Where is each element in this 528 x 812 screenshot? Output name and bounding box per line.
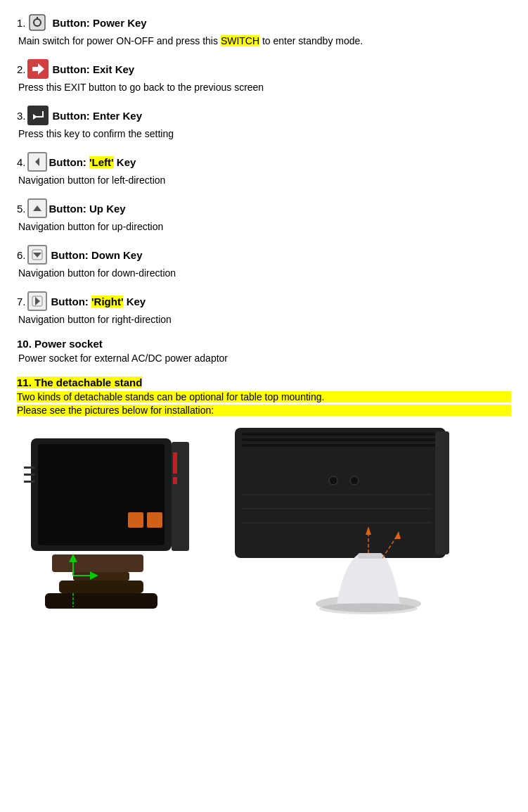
up-key-icon: [27, 198, 47, 218]
section-exit-key: 2. Button: Exit Key Press this EXIT butt…: [17, 59, 511, 93]
item-number-1: 1.: [17, 17, 26, 29]
left-image-svg: [17, 424, 221, 614]
svg-rect-34: [435, 431, 449, 554]
section-2-desc: Press this EXIT button to go back to the…: [18, 82, 511, 93]
section-5-desc: Navigation button for up-direction: [18, 221, 511, 232]
svg-rect-19: [52, 554, 143, 572]
section-2-title: Button: Exit Key: [53, 63, 135, 75]
svg-point-36: [350, 476, 359, 485]
exit-key-icon: [27, 59, 49, 79]
svg-rect-17: [24, 474, 34, 476]
svg-rect-33: [242, 444, 439, 447]
item-number-2: 2.: [17, 63, 26, 75]
section-5-header: 5. Button: Up Key: [17, 198, 511, 218]
down-key-icon: [27, 245, 47, 265]
section-3-desc: Press this key to confirm the setting: [18, 128, 511, 139]
enter-key-icon: [27, 106, 49, 125]
section-10-desc: Power socket for external AC/DC power ad…: [18, 353, 511, 364]
right-key-icon: [27, 291, 47, 311]
right-image-svg: [228, 424, 460, 614]
svg-rect-16: [24, 467, 34, 469]
right-highlight: 'Right': [91, 296, 123, 307]
section-10-header: 10. Power socket: [17, 338, 511, 350]
item-number-7: 7.: [17, 296, 26, 307]
section-6-title: Button: Down Key: [51, 249, 143, 261]
svg-marker-6: [33, 205, 41, 211]
svg-rect-30: [235, 428, 446, 558]
svg-rect-41: [358, 553, 382, 559]
section-4-desc: Navigation button for left-direction: [18, 175, 511, 186]
installation-image-left: [17, 424, 221, 614]
svg-marker-10: [35, 297, 40, 305]
section-10-title: 10. Power socket: [17, 338, 103, 350]
section-2-header: 2. Button: Exit Key: [17, 59, 511, 79]
right-title-post: Key: [123, 296, 146, 307]
svg-marker-3: [32, 63, 44, 75]
section-1-desc: Main switch for power ON-OFF and press t…: [18, 35, 511, 46]
item-number-3: 3.: [17, 110, 26, 122]
section-up-key: 5. Button: Up Key Navigation button for …: [17, 198, 511, 232]
section-3-header: 3. Button: Enter Key: [17, 106, 511, 125]
item-number-5: 5.: [17, 203, 26, 215]
power-desc-pre: Main switch for power ON-OFF and press t…: [18, 35, 221, 46]
svg-rect-32: [242, 438, 439, 441]
section-down-key: 6. Button: Down Key Navigation button fo…: [17, 245, 511, 279]
section-4-header: 4. Button: 'Left' Key: [17, 152, 511, 172]
svg-rect-22: [45, 593, 157, 609]
item-number-6: 6.: [17, 249, 26, 261]
svg-rect-21: [59, 581, 143, 593]
power-socket-num: 10.: [17, 338, 34, 350]
svg-rect-14: [173, 452, 177, 474]
switch-highlight: SWITCH: [221, 35, 259, 46]
svg-rect-28: [128, 512, 143, 528]
installation-images: [17, 424, 511, 614]
section-5-title: Button: Up Key: [49, 203, 126, 215]
section-1-header: 1. Button: Power Key: [17, 13, 511, 32]
section-enter-key: 3. Button: Enter Key Press this key to c…: [17, 106, 511, 139]
section-detachable-stand: 11. The detachable stand Two kinds of de…: [17, 376, 511, 614]
section-7-desc: Navigation button for right-direction: [18, 314, 511, 325]
svg-rect-18: [24, 481, 34, 483]
section-7-header: 7. Button: 'Right' Key: [17, 291, 511, 311]
power-desc-post: to enter standby mode.: [259, 35, 363, 46]
section-11-desc2: Please see the pictures below for instal…: [17, 405, 511, 416]
section-1-title: Button: Power Key: [53, 17, 147, 29]
section-11-desc1: Two kinds of detachable stands can be op…: [17, 391, 511, 402]
section-11-header: 11. The detachable stand: [17, 376, 511, 388]
power-key-icon: [27, 13, 47, 32]
svg-marker-8: [33, 253, 41, 258]
section-11-title: 11. The detachable stand: [17, 376, 142, 388]
section-3-title: Button: Enter Key: [53, 110, 143, 122]
svg-rect-29: [147, 512, 162, 528]
section-4-title: Button: 'Left' Key: [49, 156, 136, 168]
svg-point-35: [329, 476, 337, 485]
left-key-icon: [27, 152, 47, 172]
svg-rect-12: [38, 444, 165, 545]
left-title-post: Key: [114, 156, 136, 168]
section-power-socket: 10. Power socket Power socket for extern…: [17, 338, 511, 364]
section-6-desc: Navigation button for down-direction: [18, 267, 511, 279]
left-highlight: 'Left': [89, 156, 114, 168]
section-11-desc-block: Two kinds of detachable stands can be op…: [17, 391, 511, 416]
installation-image-right: [228, 424, 460, 614]
section-right-key: 7. Button: 'Right' Key Navigation button…: [17, 291, 511, 325]
right-title-pre: Button:: [51, 296, 91, 307]
left-title-pre: Button:: [49, 156, 89, 168]
svg-rect-31: [242, 433, 439, 436]
section-7-title: Button: 'Right' Key: [51, 296, 146, 307]
section-left-key: 4. Button: 'Left' Key Navigation button …: [17, 152, 511, 186]
svg-marker-4: [33, 114, 37, 120]
item-number-4: 4.: [17, 156, 26, 168]
svg-point-46: [319, 603, 418, 614]
section-6-header: 6. Button: Down Key: [17, 245, 511, 265]
svg-marker-5: [35, 158, 39, 166]
section-power-key: 1. Button: Power Key Main switch for pow…: [17, 13, 511, 46]
svg-rect-15: [173, 477, 177, 484]
